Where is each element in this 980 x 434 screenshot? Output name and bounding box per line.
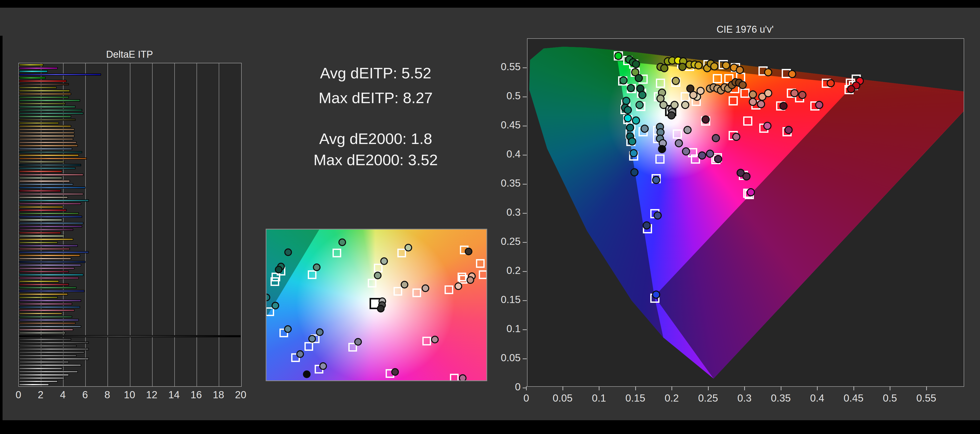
cie-target-square	[656, 79, 665, 88]
cie-y-tick	[523, 242, 527, 243]
cie-measured-circle	[698, 152, 706, 160]
bar-gridline	[85, 63, 86, 386]
deltae-bar	[19, 216, 82, 218]
cie-y-tick-label: 0.4	[480, 148, 520, 160]
bar-gridline	[197, 63, 197, 386]
deltae-bar	[19, 83, 69, 85]
cie-y-tick-label: 0	[480, 381, 520, 393]
cie-measured-circle	[624, 114, 632, 122]
bottom-frame-strip	[0, 420, 980, 434]
deltae-bar	[19, 183, 73, 185]
deltae-bar	[19, 193, 83, 195]
cie-diagram-plot	[527, 38, 964, 387]
cie-x-tick	[563, 386, 563, 390]
deltae-bar	[19, 326, 81, 327]
bar-x-tick-label: 18	[208, 389, 229, 400]
deltae-bar	[19, 96, 69, 98]
bar-x-tick-label: 10	[119, 389, 140, 400]
cie-measured-circle	[697, 87, 705, 95]
deltae-bar	[19, 232, 61, 234]
cie-x-tick	[671, 386, 672, 390]
cie-measured-circle	[614, 52, 622, 60]
deltae-bar	[19, 89, 70, 92]
deltae-bar	[19, 225, 82, 227]
cie-measured-circle	[815, 101, 823, 109]
deltae-bar	[19, 374, 69, 376]
bar-x-tick-label: 12	[142, 389, 162, 400]
panel-target-square	[304, 342, 313, 351]
cie-chart-title: CIE 1976 u'v'	[527, 24, 963, 35]
deltae-bar	[19, 219, 62, 221]
deltae-bar	[19, 209, 67, 211]
cie-measured-circle	[658, 145, 666, 153]
cie-measured-circle	[660, 64, 668, 72]
cie-target-square	[743, 116, 752, 126]
panel-target-square	[459, 275, 468, 284]
deltae-bar	[19, 64, 43, 66]
cie-x-tick	[744, 386, 745, 390]
bar-x-tick-label: 4	[52, 389, 73, 400]
deltae-bar	[19, 332, 65, 334]
deltae-bar	[19, 67, 58, 69]
cie-measured-circle	[694, 61, 703, 69]
deltae-bar	[19, 258, 71, 260]
deltae-bar	[19, 316, 72, 318]
panel-target-square	[368, 279, 376, 287]
deltae-bar	[19, 145, 78, 147]
cie-measured-circle	[764, 89, 772, 97]
cie-measured-circle	[763, 122, 772, 130]
deltae-bar	[19, 277, 79, 279]
cie-x-tick-label: 0.35	[763, 393, 799, 404]
deltae-bar	[19, 335, 241, 337]
cie-y-tick	[523, 388, 527, 388]
panel-measured-circle	[404, 244, 412, 252]
deltae-bar	[19, 177, 62, 179]
deltae-bar	[19, 267, 75, 269]
cie-x-tick	[781, 386, 781, 390]
cie-measured-circle	[632, 116, 640, 124]
cie-measured-circle	[630, 168, 638, 176]
deltae-bar	[19, 158, 87, 160]
cie-y-tick-label: 0.5	[480, 90, 520, 102]
cie-measured-circle	[659, 101, 668, 109]
calibration-dashboard: DeltaE ITP 02468101214161820 Avg dEITP: …	[0, 0, 980, 434]
deltae-bar	[19, 80, 67, 82]
cie-measured-circle	[742, 172, 751, 180]
cie-measured-circle	[635, 101, 644, 109]
cie-measured-circle	[630, 149, 638, 157]
stat-max-de2000: Max dE2000: 3.52	[261, 151, 490, 169]
panel-measured-circle	[296, 350, 304, 358]
deltae-bar	[19, 251, 89, 253]
deltae-bar	[19, 99, 80, 101]
cie-x-tick-label: 0	[508, 393, 544, 404]
cie-measured-circle	[626, 124, 634, 132]
panel-target-square	[308, 270, 317, 279]
deltae-bar	[19, 338, 71, 340]
deltae-bar	[19, 293, 68, 295]
panel-target-square	[445, 286, 453, 294]
cie-y-tick-label: 0.35	[480, 177, 520, 189]
deltae-bar	[19, 264, 81, 266]
cie-x-tick-label: 0.15	[617, 393, 653, 404]
panel-measured-circle	[466, 276, 474, 284]
deltae-bar	[19, 313, 62, 314]
cie-x-tick	[599, 386, 600, 390]
deltae-bar	[19, 187, 86, 189]
deltae-bar	[19, 351, 84, 353]
deltae-bar	[19, 283, 69, 286]
cie-measured-circle	[652, 290, 660, 299]
panel-target-square	[393, 287, 402, 296]
bar-gridline	[219, 63, 219, 386]
deltae-bar	[19, 190, 61, 192]
deltae-bar	[19, 109, 82, 111]
deltae-bar	[19, 119, 76, 121]
deltae-bar	[19, 309, 75, 311]
deltae-bar	[19, 271, 69, 273]
cie-measured-circle	[757, 100, 765, 108]
cie-x-tick-label: 0.5	[872, 393, 908, 404]
stat-avg-de2000: Avg dE2000: 1.8	[261, 130, 490, 148]
deltae-bar	[19, 371, 78, 373]
panel-measured-circle	[303, 370, 310, 378]
deltae-bar	[19, 142, 76, 144]
deltae-bar	[19, 128, 75, 131]
